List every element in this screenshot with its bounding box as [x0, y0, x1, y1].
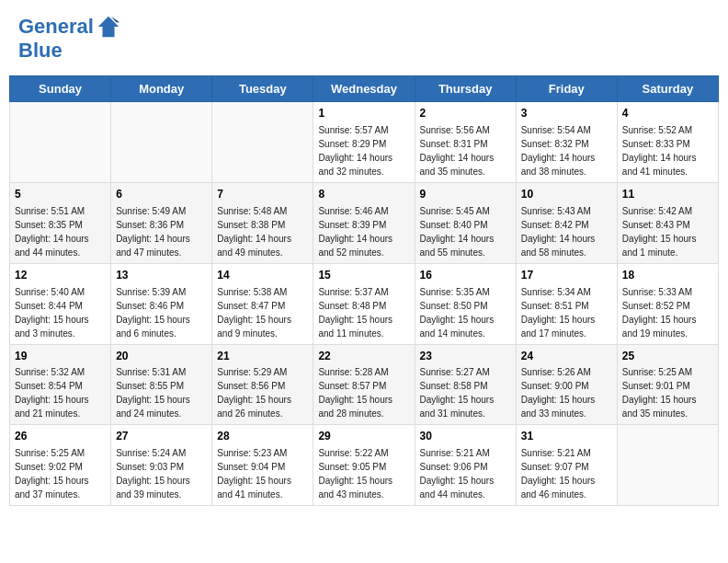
- day-detail: Sunrise: 5:23 AM Sunset: 9:04 PM Dayligh…: [217, 446, 308, 501]
- day-detail: Sunrise: 5:43 AM Sunset: 8:42 PM Dayligh…: [521, 204, 612, 259]
- day-of-week-header: Monday: [111, 76, 212, 102]
- day-detail: Sunrise: 5:54 AM Sunset: 8:32 PM Dayligh…: [521, 123, 612, 178]
- calendar-week-row: 26Sunrise: 5:25 AM Sunset: 9:02 PM Dayli…: [10, 425, 719, 506]
- calendar-cell: 2Sunrise: 5:56 AM Sunset: 8:31 PM Daylig…: [415, 102, 516, 183]
- day-number: 31: [521, 429, 612, 444]
- day-number: 19: [15, 349, 106, 364]
- calendar-cell: 9Sunrise: 5:45 AM Sunset: 8:40 PM Daylig…: [415, 182, 516, 263]
- day-number: 1: [318, 106, 409, 121]
- day-number: 26: [15, 429, 106, 444]
- day-number: 29: [318, 429, 409, 444]
- day-detail: Sunrise: 5:33 AM Sunset: 8:52 PM Dayligh…: [622, 285, 713, 340]
- calendar-cell: 23Sunrise: 5:27 AM Sunset: 8:58 PM Dayli…: [415, 344, 516, 425]
- day-number: 21: [217, 349, 308, 364]
- calendar-cell: 4Sunrise: 5:52 AM Sunset: 8:33 PM Daylig…: [617, 102, 718, 183]
- day-detail: Sunrise: 5:21 AM Sunset: 9:07 PM Dayligh…: [521, 446, 612, 501]
- day-detail: Sunrise: 5:39 AM Sunset: 8:46 PM Dayligh…: [116, 285, 207, 340]
- calendar-cell: 18Sunrise: 5:33 AM Sunset: 8:52 PM Dayli…: [617, 263, 718, 344]
- day-detail: Sunrise: 5:22 AM Sunset: 9:05 PM Dayligh…: [318, 446, 409, 501]
- day-number: 12: [15, 268, 106, 283]
- day-number: 10: [521, 187, 612, 202]
- calendar-cell: 3Sunrise: 5:54 AM Sunset: 8:32 PM Daylig…: [516, 102, 617, 183]
- day-detail: Sunrise: 5:42 AM Sunset: 8:43 PM Dayligh…: [622, 204, 713, 259]
- day-number: 5: [15, 187, 106, 202]
- calendar-cell: [111, 102, 212, 183]
- logo-text2: Blue: [18, 40, 63, 62]
- calendar-week-row: 19Sunrise: 5:32 AM Sunset: 8:54 PM Dayli…: [10, 344, 719, 425]
- day-of-week-header: Thursday: [415, 76, 516, 102]
- day-number: 30: [420, 429, 511, 444]
- calendar-cell: 1Sunrise: 5:57 AM Sunset: 8:29 PM Daylig…: [313, 102, 415, 183]
- day-detail: Sunrise: 5:25 AM Sunset: 9:02 PM Dayligh…: [15, 446, 106, 501]
- calendar-cell: 24Sunrise: 5:26 AM Sunset: 9:00 PM Dayli…: [516, 344, 617, 425]
- day-detail: Sunrise: 5:35 AM Sunset: 8:50 PM Dayligh…: [420, 285, 511, 340]
- day-detail: Sunrise: 5:38 AM Sunset: 8:47 PM Dayligh…: [217, 285, 308, 340]
- day-detail: Sunrise: 5:27 AM Sunset: 8:58 PM Dayligh…: [420, 365, 511, 420]
- day-detail: Sunrise: 5:28 AM Sunset: 8:57 PM Dayligh…: [318, 365, 409, 420]
- calendar-cell: 15Sunrise: 5:37 AM Sunset: 8:48 PM Dayli…: [313, 263, 415, 344]
- calendar-header-row: SundayMondayTuesdayWednesdayThursdayFrid…: [10, 76, 719, 102]
- day-number: 17: [521, 268, 612, 283]
- day-number: 20: [116, 349, 207, 364]
- day-detail: Sunrise: 5:51 AM Sunset: 8:35 PM Dayligh…: [15, 204, 106, 259]
- calendar-cell: [10, 102, 111, 183]
- day-of-week-header: Sunday: [10, 76, 111, 102]
- day-of-week-header: Saturday: [617, 76, 718, 102]
- day-of-week-header: Tuesday: [212, 76, 313, 102]
- day-number: 3: [521, 106, 612, 121]
- day-detail: Sunrise: 5:40 AM Sunset: 8:44 PM Dayligh…: [15, 285, 106, 340]
- calendar-cell: 6Sunrise: 5:49 AM Sunset: 8:36 PM Daylig…: [111, 182, 212, 263]
- day-number: 15: [318, 268, 409, 283]
- day-number: 22: [318, 349, 409, 364]
- calendar-week-row: 12Sunrise: 5:40 AM Sunset: 8:44 PM Dayli…: [10, 263, 719, 344]
- day-detail: Sunrise: 5:34 AM Sunset: 8:51 PM Dayligh…: [521, 285, 612, 340]
- day-number: 9: [420, 187, 511, 202]
- day-of-week-header: Friday: [516, 76, 617, 102]
- day-number: 28: [217, 429, 308, 444]
- day-detail: Sunrise: 5:45 AM Sunset: 8:40 PM Dayligh…: [420, 204, 511, 259]
- calendar-cell: 16Sunrise: 5:35 AM Sunset: 8:50 PM Dayli…: [415, 263, 516, 344]
- day-number: 25: [622, 349, 713, 364]
- calendar-cell: 25Sunrise: 5:25 AM Sunset: 9:01 PM Dayli…: [617, 344, 718, 425]
- day-detail: Sunrise: 5:57 AM Sunset: 8:29 PM Dayligh…: [318, 123, 409, 178]
- calendar-cell: [617, 425, 718, 506]
- day-detail: Sunrise: 5:52 AM Sunset: 8:33 PM Dayligh…: [622, 123, 713, 178]
- calendar-cell: 5Sunrise: 5:51 AM Sunset: 8:35 PM Daylig…: [10, 182, 111, 263]
- page-header: General Blue: [9, 9, 719, 66]
- day-detail: Sunrise: 5:32 AM Sunset: 8:54 PM Dayligh…: [15, 365, 106, 420]
- logo: General Blue: [18, 14, 121, 62]
- day-number: 4: [622, 106, 713, 121]
- day-detail: Sunrise: 5:56 AM Sunset: 8:31 PM Dayligh…: [420, 123, 511, 178]
- day-detail: Sunrise: 5:24 AM Sunset: 9:03 PM Dayligh…: [116, 446, 207, 501]
- calendar-cell: 31Sunrise: 5:21 AM Sunset: 9:07 PM Dayli…: [516, 425, 617, 506]
- calendar-cell: 7Sunrise: 5:48 AM Sunset: 8:38 PM Daylig…: [212, 182, 313, 263]
- day-number: 8: [318, 187, 409, 202]
- day-detail: Sunrise: 5:29 AM Sunset: 8:56 PM Dayligh…: [217, 365, 308, 420]
- day-of-week-header: Wednesday: [313, 76, 415, 102]
- calendar-cell: [212, 102, 313, 183]
- day-number: 27: [116, 429, 207, 444]
- day-detail: Sunrise: 5:21 AM Sunset: 9:06 PM Dayligh…: [420, 446, 511, 501]
- day-number: 7: [217, 187, 308, 202]
- calendar-cell: 20Sunrise: 5:31 AM Sunset: 8:55 PM Dayli…: [111, 344, 212, 425]
- calendar-table: SundayMondayTuesdayWednesdayThursdayFrid…: [9, 75, 719, 506]
- day-detail: Sunrise: 5:46 AM Sunset: 8:39 PM Dayligh…: [318, 204, 409, 259]
- day-detail: Sunrise: 5:26 AM Sunset: 9:00 PM Dayligh…: [521, 365, 612, 420]
- calendar-cell: 13Sunrise: 5:39 AM Sunset: 8:46 PM Dayli…: [111, 263, 212, 344]
- calendar-cell: 19Sunrise: 5:32 AM Sunset: 8:54 PM Dayli…: [10, 344, 111, 425]
- calendar-cell: 12Sunrise: 5:40 AM Sunset: 8:44 PM Dayli…: [10, 263, 111, 344]
- logo-icon: [96, 14, 121, 40]
- calendar-cell: 8Sunrise: 5:46 AM Sunset: 8:39 PM Daylig…: [313, 182, 415, 263]
- day-number: 11: [622, 187, 713, 202]
- logo-text: General: [18, 16, 94, 38]
- calendar-cell: 30Sunrise: 5:21 AM Sunset: 9:06 PM Dayli…: [415, 425, 516, 506]
- day-detail: Sunrise: 5:49 AM Sunset: 8:36 PM Dayligh…: [116, 204, 207, 259]
- calendar-cell: 27Sunrise: 5:24 AM Sunset: 9:03 PM Dayli…: [111, 425, 212, 506]
- day-number: 16: [420, 268, 511, 283]
- day-number: 18: [622, 268, 713, 283]
- calendar-week-row: 5Sunrise: 5:51 AM Sunset: 8:35 PM Daylig…: [10, 182, 719, 263]
- svg-marker-0: [98, 17, 119, 37]
- calendar-cell: 14Sunrise: 5:38 AM Sunset: 8:47 PM Dayli…: [212, 263, 313, 344]
- day-number: 2: [420, 106, 511, 121]
- calendar-cell: 22Sunrise: 5:28 AM Sunset: 8:57 PM Dayli…: [313, 344, 415, 425]
